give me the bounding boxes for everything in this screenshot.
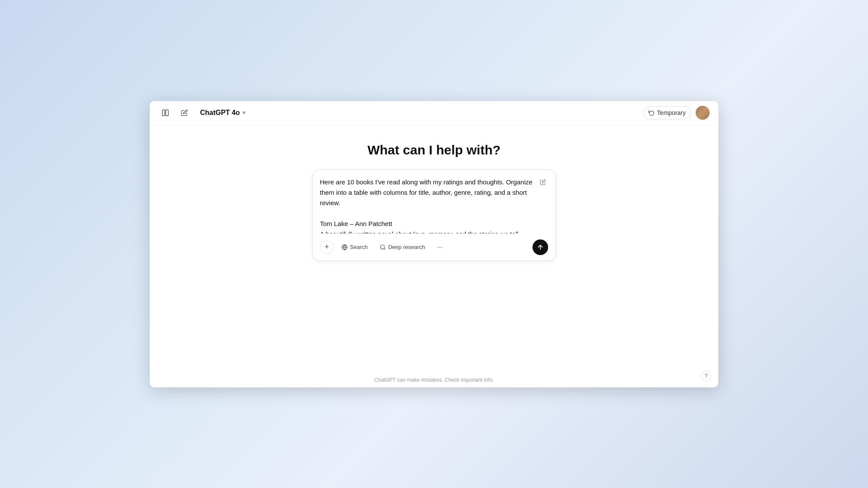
browser-window: ChatGPT 4o ▾ Temporary What can I help w…: [150, 101, 718, 387]
main-content: What can I help with? +: [150, 125, 718, 373]
avatar-image: [696, 106, 710, 120]
ellipsis-icon: ···: [437, 243, 443, 251]
research-icon: [380, 244, 386, 250]
svg-line-5: [384, 248, 385, 249]
plus-icon: +: [325, 242, 329, 252]
help-icon: ?: [704, 373, 707, 379]
new-chat-icon: [161, 109, 169, 117]
temporary-button[interactable]: Temporary: [643, 106, 691, 119]
model-dropdown-icon: ▾: [243, 110, 245, 116]
model-name: ChatGPT 4o: [200, 109, 240, 117]
edit-chat-button[interactable]: [178, 106, 191, 120]
model-selector[interactable]: ChatGPT 4o ▾: [197, 107, 249, 118]
message-input[interactable]: [320, 177, 548, 233]
add-attachment-button[interactable]: +: [320, 240, 334, 254]
send-icon: [537, 244, 544, 251]
pencil-icon: [540, 179, 546, 185]
temporary-label: Temporary: [657, 109, 686, 116]
new-chat-button[interactable]: [158, 106, 172, 120]
edit-icon: [181, 109, 188, 116]
more-options-button[interactable]: ···: [433, 240, 447, 254]
input-container: + Search: [312, 170, 556, 261]
footer: ChatGPT can make mistakes. Check importa…: [150, 373, 718, 387]
input-edit-button[interactable]: [537, 176, 549, 188]
footer-disclaimer: ChatGPT can make mistakes. Check importa…: [374, 377, 494, 383]
globe-icon: [342, 244, 348, 250]
svg-rect-0: [162, 110, 164, 116]
search-label: Search: [350, 244, 368, 250]
topbar-left: ChatGPT 4o ▾: [158, 106, 249, 120]
deep-research-label: Deep research: [388, 244, 425, 250]
send-button[interactable]: [533, 239, 548, 255]
help-button[interactable]: ?: [701, 371, 711, 381]
page-heading: What can I help with?: [368, 143, 501, 157]
topbar-right: Temporary: [643, 106, 710, 120]
input-toolbar: + Search: [320, 239, 548, 255]
temporary-icon: [648, 110, 654, 116]
svg-rect-1: [166, 110, 168, 116]
deep-research-button[interactable]: Deep research: [375, 241, 429, 253]
topbar: ChatGPT 4o ▾ Temporary: [150, 101, 718, 125]
user-avatar[interactable]: [696, 106, 710, 120]
search-button[interactable]: Search: [337, 241, 372, 253]
